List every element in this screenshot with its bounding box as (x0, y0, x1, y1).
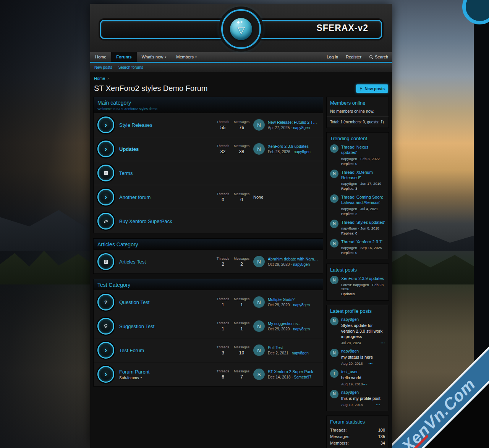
avatar[interactable]: N (330, 194, 338, 203)
avatar[interactable]: N (253, 320, 265, 332)
category-title[interactable]: Main category (97, 100, 319, 106)
more-options-icon[interactable]: ••• (369, 362, 373, 365)
avatar[interactable]: N (253, 143, 265, 155)
avatar[interactable]: N (253, 296, 265, 308)
avatar[interactable]: T (330, 369, 338, 378)
forum-node-chevron-icon[interactable]: › (97, 116, 114, 133)
nav-register[interactable]: Register (342, 52, 365, 62)
block-title: Forum statistics (330, 419, 385, 425)
forum-row-suggestion-test: Suggestion Test Threads1 Messages1 N My … (94, 314, 323, 338)
avatar[interactable]: N (253, 256, 265, 267)
latest-user-link[interactable]: napy8gen (293, 327, 310, 331)
latest-thread-link[interactable]: Abrahim debate with Namrud (268, 257, 319, 261)
breadcrumb-home[interactable]: Home (94, 76, 105, 81)
forum-node-chevron-icon[interactable]: › (97, 342, 114, 359)
subnav-new-posts[interactable]: New posts (94, 65, 112, 70)
subforums-toggle[interactable]: Sub-forums ▾ (119, 376, 214, 380)
latest-thread-link[interactable]: Multiple Gods? (268, 297, 310, 302)
forum-row-terms: Terms (94, 161, 323, 185)
trending-title[interactable]: Thread 'XDerium Released!' (341, 170, 385, 181)
forum-node-question-icon[interactable]: ? (97, 294, 114, 311)
trending-title[interactable]: Thread 'Styles updated' (341, 220, 385, 225)
latest-user-link[interactable]: Sameto97 (294, 375, 311, 379)
forum-stats: Threads3 Messages10 (214, 345, 251, 356)
avatar[interactable]: N (330, 349, 338, 357)
avatar[interactable]: N (330, 239, 338, 247)
latest-user-link[interactable]: napy8gen (292, 351, 309, 355)
trending-title[interactable]: Thread 'Nexus updated' (341, 144, 385, 155)
trending-title[interactable]: Thread 'Xenforo 2.3.7' (341, 239, 382, 244)
forum-row-forum-parent: › Forum Parent Sub-forums ▾ Threads6 (94, 362, 323, 386)
forum-title[interactable]: Question Test (119, 299, 214, 305)
nav-home[interactable]: Home (90, 52, 111, 62)
profile-post-user[interactable]: napy8gen (341, 317, 385, 322)
latest-thread-link[interactable]: XenForo 2.3.9 updates (268, 144, 311, 149)
nav-login[interactable]: Log in (323, 52, 342, 62)
avatar[interactable]: N (330, 144, 338, 153)
latest-thread-link[interactable]: ST Xenforo 2 Super Pack (268, 369, 313, 374)
block-title[interactable]: Latest posts (330, 267, 385, 273)
forum-node-chevron-icon[interactable]: › (97, 366, 114, 383)
new-posts-button[interactable]: New posts (356, 84, 388, 93)
forum-title[interactable]: Another forum (119, 194, 214, 200)
forum-node-link-icon[interactable] (97, 213, 114, 230)
category-title[interactable]: Test Category (97, 282, 319, 288)
profile-post-user[interactable]: napy8gen (341, 390, 381, 395)
profile-post-user[interactable]: test_user (341, 369, 367, 374)
latest-post-title[interactable]: XenForo 2.3.9 updates (341, 276, 385, 281)
avatar[interactable]: N (330, 390, 338, 398)
bulb-icon (104, 323, 108, 329)
members-online-empty: No members online now. (330, 109, 385, 113)
latest-user-link[interactable]: napy8gen (293, 126, 310, 130)
block-title[interactable]: Trending content (330, 136, 385, 141)
category-header: Articles Category (94, 239, 323, 250)
forum-title[interactable]: Updates (119, 146, 214, 152)
forum-title[interactable]: Articles Test (119, 259, 214, 265)
block-title[interactable]: Latest profile posts (330, 308, 385, 314)
forum-title[interactable]: Test Forum (119, 348, 214, 353)
forum-node-chevron-icon[interactable]: › (97, 141, 114, 157)
avatar[interactable]: N (330, 170, 338, 178)
latest-thread-link[interactable]: New Release: Futuris 2 Theme Now... (268, 120, 319, 125)
latest-thread-link[interactable]: My suggestion is.. (268, 321, 310, 326)
latest-user-link[interactable]: napy8gen (294, 150, 311, 154)
avatar[interactable]: S (253, 369, 265, 380)
avatar[interactable]: N (253, 344, 265, 356)
forum-node-bulb-icon[interactable] (97, 318, 114, 335)
subnav-search-forums[interactable]: Search forums (118, 65, 143, 70)
avatar[interactable]: N (330, 220, 338, 228)
forum-title[interactable]: Terms (119, 170, 319, 176)
site-brand[interactable]: SFERAX-v2 (316, 23, 368, 33)
forum-title[interactable]: Style Releases (119, 122, 214, 128)
forum-stats: Threads55 Messages76 (214, 120, 251, 130)
latest-thread-link[interactable]: Poll Test (268, 345, 309, 350)
forum-node-document-icon[interactable] (97, 165, 114, 181)
more-options-icon[interactable]: ••• (381, 341, 385, 344)
avatar[interactable]: N (330, 276, 338, 284)
content-area: Home › ST XenForo2 styles Demo Forum New… (90, 72, 392, 448)
profile-post-item: T test_user hello world Aug 19, 2018••• (330, 369, 385, 386)
avatar[interactable]: N (330, 317, 338, 325)
forum-title[interactable]: Suggestion Test (119, 323, 214, 329)
nav-whats-new[interactable]: What's new▾ (137, 52, 172, 62)
nav-members[interactable]: Members▾ (171, 52, 202, 62)
forum-title[interactable]: Buy Xenforo SuperPack (119, 218, 319, 224)
profile-post-user[interactable]: napy8gen (341, 349, 373, 353)
nav-forums[interactable]: Forums (111, 52, 136, 62)
latest-user-link[interactable]: napy8gen (293, 303, 310, 307)
more-options-icon[interactable]: ••• (376, 403, 380, 406)
forum-node-chevron-icon[interactable]: › (97, 189, 114, 205)
more-options-icon[interactable]: ••• (363, 382, 367, 386)
category-title[interactable]: Articles Category (97, 241, 319, 247)
logo-medallion[interactable]: ▽ (221, 9, 261, 49)
latest-none: None (253, 195, 269, 199)
sidebar: Members online No members online now. To… (326, 97, 389, 448)
forum-title[interactable]: Forum Parent (119, 369, 214, 375)
block-title[interactable]: Members online (330, 100, 385, 106)
breadcrumb: Home › (94, 76, 388, 81)
nav-search[interactable]: Search (365, 52, 392, 62)
trending-title[interactable]: Thread 'Coming Soon: Lahwia and Alenicus… (341, 194, 385, 205)
latest-user-link[interactable]: napy8gen (293, 262, 310, 267)
forum-node-document-icon[interactable] (97, 253, 114, 270)
avatar[interactable]: N (253, 119, 265, 131)
